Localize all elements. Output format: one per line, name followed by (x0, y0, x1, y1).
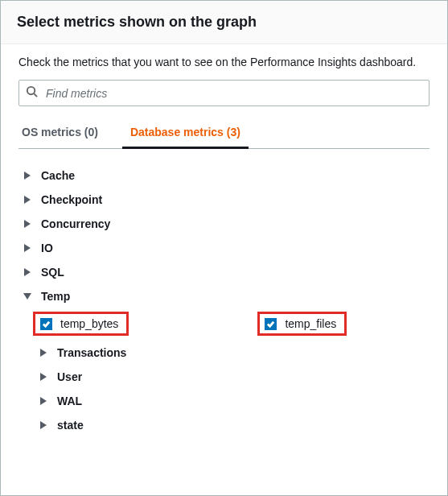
tab-os-metrics[interactable]: OS metrics (0) (18, 118, 113, 148)
caret-right-icon (23, 172, 31, 180)
tree-item-transactions[interactable]: Transactions (35, 341, 430, 365)
dialog: Select metrics shown on the graph Check … (0, 0, 448, 496)
caret-right-icon (39, 373, 47, 381)
svg-marker-4 (24, 220, 31, 228)
caret-right-icon (39, 349, 47, 357)
tree-label: IO (41, 242, 53, 254)
caret-right-icon (39, 397, 47, 405)
checkbox-checked-icon[interactable] (40, 318, 52, 330)
tree-label: Checkpoint (41, 193, 102, 206)
tree-label: Cache (41, 169, 75, 182)
dialog-body: Check the metrics that you want to see o… (1, 44, 447, 495)
search-input[interactable] (44, 86, 422, 101)
metric-label: temp_bytes (60, 317, 118, 330)
caret-right-icon (23, 268, 31, 276)
tree-label: Concurrency (41, 217, 110, 230)
metrics-tree: Cache Checkpoint Concurrency IO SQL Temp (18, 163, 430, 437)
description-text: Check the metrics that you want to see o… (18, 56, 430, 68)
svg-marker-2 (24, 172, 31, 180)
tree-label: Temp (41, 290, 70, 303)
tree-item-io[interactable]: IO (18, 236, 430, 260)
tree-item-concurrency[interactable]: Concurrency (18, 212, 430, 236)
tree-item-state[interactable]: state (35, 413, 430, 437)
svg-marker-10 (40, 397, 47, 405)
dialog-title: Select metrics shown on the graph (17, 14, 431, 31)
search-icon (26, 85, 44, 101)
svg-marker-5 (24, 244, 31, 252)
svg-marker-8 (40, 349, 47, 357)
caret-down-icon (23, 292, 31, 300)
tree-item-sql[interactable]: SQL (18, 260, 430, 284)
tabs: OS metrics (0) Database metrics (3) (18, 118, 430, 149)
temp-children: temp_bytes temp_files (18, 308, 430, 341)
caret-right-icon (23, 196, 31, 204)
checkbox-checked-icon[interactable] (265, 318, 277, 330)
svg-marker-3 (24, 196, 31, 204)
sub-items: Transactions User WAL state (18, 341, 430, 437)
tree-item-temp[interactable]: Temp (18, 284, 430, 308)
svg-marker-6 (24, 268, 31, 276)
tree-label: User (57, 370, 82, 383)
caret-right-icon (23, 220, 31, 228)
svg-point-0 (27, 87, 35, 94)
caret-right-icon (39, 421, 47, 429)
dialog-header: Select metrics shown on the graph (1, 1, 447, 44)
tab-database-metrics[interactable]: Database metrics (3) (122, 118, 249, 149)
metric-temp-files[interactable]: temp_files (257, 312, 347, 336)
svg-marker-11 (40, 421, 47, 429)
metric-temp-bytes[interactable]: temp_bytes (33, 312, 129, 336)
tree-label: WAL (57, 395, 82, 407)
svg-marker-7 (23, 293, 31, 300)
tree-label: SQL (41, 266, 64, 279)
svg-line-1 (34, 93, 37, 97)
search-field[interactable] (18, 80, 430, 106)
tree-item-cache[interactable]: Cache (18, 163, 430, 188)
metric-label: temp_files (285, 317, 336, 330)
tree-label: state (57, 419, 84, 432)
tree-item-user[interactable]: User (35, 365, 430, 389)
caret-right-icon (23, 244, 31, 252)
tree-label: Transactions (57, 346, 126, 359)
tree-item-wal[interactable]: WAL (35, 389, 430, 413)
svg-marker-9 (40, 373, 47, 381)
tree-item-checkpoint[interactable]: Checkpoint (18, 188, 430, 212)
